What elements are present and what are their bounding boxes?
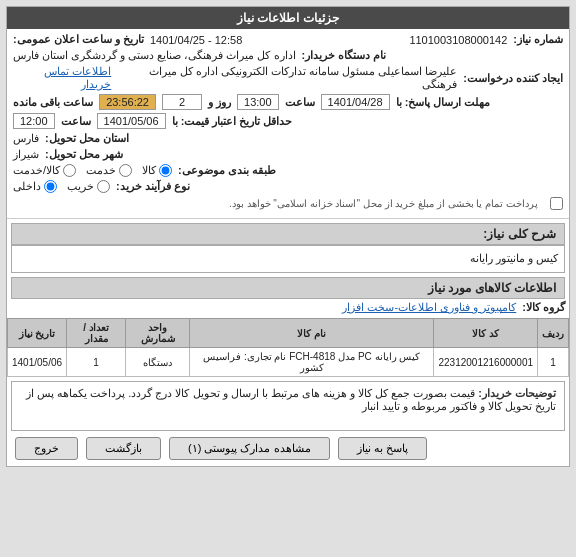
col-kod: کد کالا: [434, 319, 538, 348]
group-value[interactable]: کامپیوتر و فناوری اطلاعات-سخت افزار: [342, 301, 516, 314]
col-nam: نام کالا: [190, 319, 434, 348]
col-vahed: واحد شمارش: [126, 319, 190, 348]
items-section-title: اطلاعات کالاهای مورد نیاز: [11, 277, 565, 299]
moshahedeh-button[interactable]: مشاهده مدارک پیوستی (۱): [169, 437, 330, 460]
dastgah-value: اداره کل میراث فرهنگی، صنایع دستی و گردش…: [13, 49, 296, 62]
nooe-daakheli-radio[interactable]: [44, 180, 57, 193]
main-box: جزئیات اطلاعات نیاز شماره نیاز: 11010031…: [6, 6, 570, 467]
hadaqal-label: حداقل تاریخ اعتبار قیمت: با: [172, 115, 293, 128]
row-dastgah: نام دستگاه خریدار: اداره کل میراث فرهنگی…: [13, 49, 563, 62]
ostan-label: استان محل تحویل:: [45, 132, 129, 145]
tabaqe-khadamat-item[interactable]: خدمت: [86, 164, 132, 177]
tabaqe-khadamat-radio[interactable]: [119, 164, 132, 177]
nooe-daakheli-item[interactable]: داخلی: [13, 180, 57, 193]
pasokh-button[interactable]: پاسخ به نیاز: [338, 437, 427, 460]
group-label: گروه کالا:: [522, 301, 565, 314]
hadaqal-date: 1401/05/06: [97, 113, 166, 129]
notes-text: قیمت بصورت جمع کل کالا و هزینه های مرتبط…: [26, 387, 556, 412]
table-cell-3: دستگاه: [126, 348, 190, 377]
tabaqe-kala-item[interactable]: کالا: [142, 164, 172, 177]
row-ijad: ایجاد کننده درخواست: علیرضا اسماعیلی مسئ…: [13, 65, 563, 91]
bazgasht-button[interactable]: بازگشت: [86, 437, 161, 460]
footer-buttons: پاسخ به نیاز مشاهده مدارک پیوستی (۱) باز…: [7, 431, 569, 466]
tabaqe-kala-label: کالا: [142, 164, 156, 177]
tabaqe-kala-khadamat-item[interactable]: کالا/خدمت: [13, 164, 76, 177]
table-cell-1: 22312001216000001: [434, 348, 538, 377]
tabaqe-kala-khadamat-radio[interactable]: [63, 164, 76, 177]
table-row: 122312001216000001کیس رایانه PC مدل FCH-…: [8, 348, 569, 377]
tabaqe-radio-group: کالا خدمت کالا/خدمت: [13, 164, 172, 177]
info-section: شماره نیاز: 1101003108000142 1401/04/25 …: [7, 29, 569, 219]
col-tedad: تعداد / مقدار: [67, 319, 126, 348]
mohlat-rooz-label: روز و: [208, 96, 231, 109]
mohlat-mande-label: ساعت باقی مانده: [13, 96, 93, 109]
shahr-value: شیراز: [13, 148, 39, 161]
nooe-gharib-item[interactable]: خریب: [67, 180, 110, 193]
khorooj-button[interactable]: خروج: [15, 437, 78, 460]
row-shomara: شماره نیاز: 1101003108000142 1401/04/25 …: [13, 33, 563, 46]
tabaqe-kala-khadamat-label: کالا/خدمت: [13, 164, 60, 177]
col-tarikh: تاریخ نیاز: [8, 319, 67, 348]
nooe-daakheli-label: داخلی: [13, 180, 41, 193]
notes-label: توضیحات خریدار:: [478, 387, 556, 399]
tabaqe-khadamat-label: خدمت: [86, 164, 116, 177]
row-shahr: شهر محل تحویل: شیراز: [13, 148, 563, 161]
table-header-row: ردیف کد کالا نام کالا واحد شمارش تعداد /…: [8, 319, 569, 348]
payment-note: پرداخت تمام یا بخشی از مبلغ خرید از محل …: [221, 196, 546, 211]
outer-container: جزئیات اطلاعات نیاز شماره نیاز: 11010031…: [0, 0, 576, 557]
nooe-gharib-radio[interactable]: [97, 180, 110, 193]
hadaqal-time: 12:00: [13, 113, 55, 129]
notes-section: توضیحات خریدار: قیمت بصورت جمع کل کالا و…: [11, 381, 565, 431]
mohlat-mande-value: 23:56:22: [99, 94, 156, 110]
tabaqe-kala-radio[interactable]: [159, 164, 172, 177]
mohlat-date: 1401/04/28: [321, 94, 390, 110]
col-radif: ردیف: [538, 319, 569, 348]
hadaqal-time-label: ساعت: [61, 115, 91, 128]
dastgah-label: نام دستگاه خریدار:: [302, 49, 387, 62]
date-announce-label: تاریخ و ساعت اعلان عمومی:: [13, 33, 144, 46]
nooe-label: نوع فرآیند خرید:: [116, 180, 190, 193]
table-cell-0: 1: [538, 348, 569, 377]
shomara-value: 1101003108000142: [409, 34, 507, 46]
nooe-gharib-label: خریب: [67, 180, 94, 193]
row-hadaqal: حداقل تاریخ اعتبار قیمت: با 1401/05/06 س…: [13, 113, 563, 129]
ijad-name: علیرضا اسماعیلی مسئول سامانه تدارکات الک…: [117, 65, 457, 91]
payment-row: پرداخت تمام یا بخشی از مبلغ خرید از محل …: [13, 196, 563, 211]
shahr-label: شهر محل تحویل:: [45, 148, 123, 161]
row-nooe: نوع فرآیند خرید: خریب داخلی: [13, 180, 563, 193]
items-table: ردیف کد کالا نام کالا واحد شمارش تعداد /…: [7, 318, 569, 377]
ijad-link[interactable]: اطلاعات تماس خریدار: [13, 65, 111, 91]
header-title: جزئیات اطلاعات نیاز: [237, 11, 339, 25]
group-label-row: گروه کالا: کامپیوتر و فناوری اطلاعات-سخت…: [11, 301, 565, 314]
date-announce-value: 1401/04/25 - 12:58: [150, 34, 242, 46]
row-tabaqe: طبقه بندی موضوعی: کالا خدمت کالا/خدمت: [13, 164, 563, 177]
tabaqe-label: طبقه بندی موضوعی:: [178, 164, 276, 177]
mohlat-time: 13:00: [237, 94, 279, 110]
ijad-label: ایجاد کننده درخواست:: [463, 72, 563, 85]
table-cell-2: کیس رایانه PC مدل FCH-4818 نام تجاری: فر…: [190, 348, 434, 377]
ostan-value: فارس: [13, 132, 39, 145]
shomara-label: شماره نیاز:: [513, 33, 563, 46]
mohlat-rooz-value: 2: [162, 94, 202, 110]
table-cell-5: 1401/05/06: [8, 348, 67, 377]
table-cell-4: 1: [67, 348, 126, 377]
mohlat-label: مهلت ارسال پاسخ: با: [396, 96, 491, 109]
description-value: کیس و مانیتور رایانه: [11, 245, 565, 273]
header-bar: جزئیات اطلاعات نیاز: [7, 7, 569, 29]
description-section-title: شرح کلی نیاز:: [11, 223, 565, 245]
row-ostan: استان محل تحویل: فارس: [13, 132, 563, 145]
row-mohlat: مهلت ارسال پاسخ: با 1401/04/28 ساعت 13:0…: [13, 94, 563, 110]
payment-checkbox[interactable]: [550, 197, 563, 210]
nooe-radio-group: خریب داخلی: [13, 180, 110, 193]
mohlat-time-label: ساعت: [285, 96, 315, 109]
